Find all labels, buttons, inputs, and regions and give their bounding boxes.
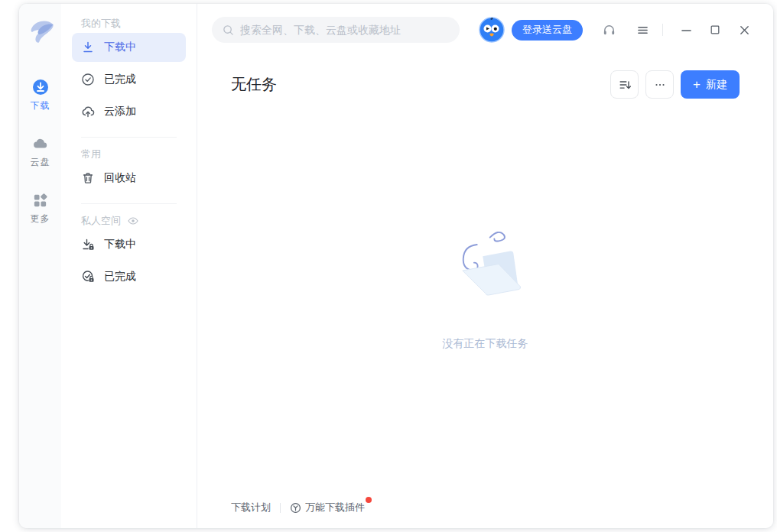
search-input[interactable]: [240, 24, 449, 36]
xunlei-logo-icon: [24, 16, 57, 50]
download-circle-icon: [32, 79, 49, 96]
sidebar: 我的下载 下载中 已完成: [61, 4, 197, 528]
rail-item-label: 下载: [31, 99, 50, 112]
minimize-button[interactable]: [680, 24, 692, 36]
topbar-separator: [662, 24, 663, 36]
sidebar-section-common: 常用: [72, 148, 186, 161]
search-bar[interactable]: [212, 17, 460, 43]
rail-item-more[interactable]: 更多: [31, 192, 50, 225]
page-title: 无任务: [231, 74, 277, 95]
sidebar-section-private-space: 私人空间: [72, 215, 186, 227]
sidebar-item-label: 已完成: [104, 73, 136, 86]
new-task-button[interactable]: + 新建: [681, 70, 740, 99]
check-lock-icon: [81, 270, 95, 284]
header-actions: + 新建: [610, 70, 740, 99]
top-bar: 登录送云盘: [197, 4, 773, 43]
sort-button[interactable]: [610, 70, 639, 99]
login-button[interactable]: 登录送云盘: [512, 20, 583, 41]
sidebar-item-label: 下载中: [104, 41, 136, 54]
top-right-cluster: 登录送云盘: [479, 17, 750, 43]
sidebar-item-downloading[interactable]: 下载中: [72, 33, 186, 62]
new-task-label: 新建: [706, 78, 727, 92]
grid-icon: [32, 192, 49, 209]
sidebar-item-recycle-bin[interactable]: 回收站: [72, 164, 186, 193]
sidebar-item-private-downloading[interactable]: 下载中: [72, 230, 186, 259]
empty-state: 没有正在下载任务: [435, 227, 536, 351]
rail-item-download[interactable]: 下载: [31, 79, 50, 112]
sidebar-item-label: 下载中: [104, 238, 136, 251]
sidebar-item-label: 已完成: [104, 270, 136, 284]
downloading-icon: [81, 41, 95, 54]
more-options-button[interactable]: [645, 70, 674, 99]
section-header-label: 我的下载: [81, 17, 121, 31]
footer-bar: 下载计划 万能下载插件: [231, 501, 365, 514]
empty-folder-illustration: [435, 227, 536, 314]
plus-icon: +: [693, 78, 701, 91]
rail-item-label: 更多: [31, 212, 50, 225]
notification-badge: [366, 497, 372, 503]
download-plan-label: 下载计划: [231, 501, 271, 514]
hamburger-menu-icon[interactable]: [635, 22, 650, 37]
sidebar-divider: [81, 137, 177, 138]
download-plan-link[interactable]: 下载计划: [231, 501, 271, 514]
sidebar-item-completed[interactable]: 已完成: [72, 65, 186, 94]
trash-icon: [81, 171, 95, 185]
headset-support-icon[interactable]: [601, 22, 616, 37]
cloud-add-icon: [81, 105, 95, 118]
main-panel: 登录送云盘: [197, 4, 773, 528]
cloud-icon: [32, 135, 49, 152]
sidebar-item-private-completed[interactable]: 已完成: [72, 262, 186, 291]
empty-state-text: 没有正在下载任务: [435, 337, 536, 351]
sidebar-section-my-downloads: 我的下载: [72, 18, 186, 30]
sidebar-item-label: 回收站: [104, 171, 136, 185]
universal-plugin-link[interactable]: 万能下载插件: [290, 501, 365, 514]
section-header-label: 常用: [81, 148, 101, 161]
plugin-label: 万能下载插件: [305, 501, 365, 514]
downloading-lock-icon: [81, 238, 95, 251]
sidebar-item-cloud-add[interactable]: 云添加: [72, 97, 186, 126]
section-header-label: 私人空间: [81, 214, 121, 228]
sidebar-item-label: 云添加: [104, 105, 136, 118]
maximize-button[interactable]: [709, 24, 721, 36]
sidebar-divider: [81, 203, 177, 204]
close-button[interactable]: [738, 24, 750, 36]
rail-item-cloud-drive[interactable]: 云盘: [31, 135, 50, 169]
check-circle-icon: [81, 73, 95, 86]
footer-separator: [280, 503, 281, 513]
search-icon: [223, 24, 234, 36]
content-header: 无任务 + 新建: [197, 70, 773, 99]
left-rail: 下载 云盘 更多: [19, 4, 61, 528]
xunlei-app-window: 下载 云盘 更多: [19, 4, 773, 528]
rail-item-label: 云盘: [31, 156, 50, 169]
desktop-background: 下载 云盘 更多: [0, 0, 777, 532]
plugin-icon: [290, 502, 301, 514]
eye-icon[interactable]: [127, 215, 139, 227]
avatar[interactable]: [479, 17, 505, 43]
